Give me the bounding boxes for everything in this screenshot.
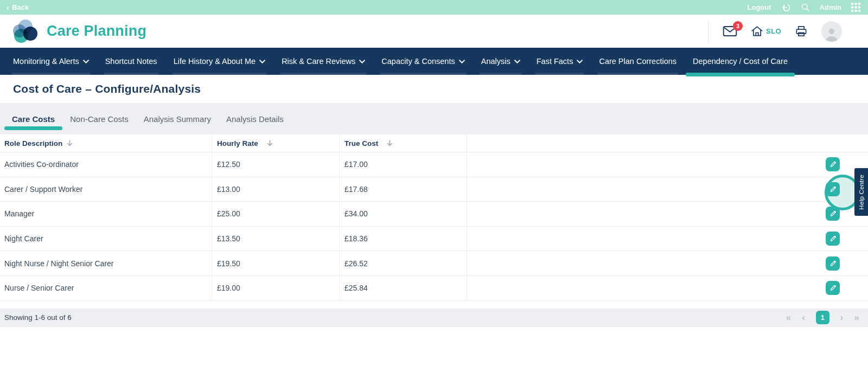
true-cost-cell: £34.00 [339, 202, 467, 226]
chevron-down-icon [577, 60, 583, 63]
chevron-down-icon [359, 60, 365, 63]
nav-item-capacity-consents[interactable]: Capacity & Consents [373, 48, 473, 75]
hourly-rate-cell: £19.50 [212, 251, 339, 275]
hourly-rate-cell: £12.50 [212, 152, 339, 177]
role-cell: Night Nurse / Night Senior Carer [0, 259, 212, 268]
pencil-icon [829, 185, 837, 193]
table-row: Nurse / Senior Carer £19.00 £25.84 [0, 276, 868, 301]
nav-item-shortcut-notes[interactable]: Shortcut Notes [97, 48, 165, 75]
page-number-button[interactable]: 1 [816, 311, 829, 324]
help-centre-tab[interactable]: Help Centre [854, 168, 868, 216]
pencil-icon [829, 284, 837, 292]
hourly-rate-cell: £19.00 [212, 276, 339, 300]
chevron-down-icon [514, 60, 520, 63]
help-centre-label: Help Centre [858, 175, 865, 210]
previous-page-button[interactable]: ‹ [802, 313, 805, 322]
tab-non-care-costs[interactable]: Non-Care Costs [62, 103, 136, 134]
column-header-hourly-rate[interactable]: Hourly Rate [212, 134, 339, 152]
role-cell: Carer / Support Worker [0, 185, 212, 194]
pagination: « ‹ 1 › » [786, 311, 859, 324]
chevron-down-icon [83, 60, 89, 63]
back-chevron-icon: ‹ [7, 3, 9, 11]
back-label: Back [12, 3, 29, 11]
main-navigation: Monitoring & Alerts Shortcut Notes Life … [0, 48, 868, 75]
page-title: Cost of Care – Configure/Analysis [13, 82, 201, 95]
nav-item-life-history[interactable]: Life History & About Me [165, 48, 274, 75]
tab-care-costs[interactable]: Care Costs [4, 103, 62, 134]
tab-analysis-summary[interactable]: Analysis Summary [136, 103, 219, 134]
column-header-role-description[interactable]: Role Description [0, 134, 212, 152]
admin-menu-button[interactable]: Admin [820, 3, 841, 11]
tab-analysis-details[interactable]: Analysis Details [219, 103, 291, 134]
app-title: Care Planning [47, 23, 146, 40]
logout-button[interactable]: Logout [748, 3, 771, 11]
true-cost-cell: £26.52 [339, 251, 467, 275]
table-row: Night Carer £13.50 £18.36 [0, 227, 868, 252]
role-cell: Night Carer [0, 234, 212, 243]
pencil-icon [829, 260, 837, 267]
sort-descending-icon [387, 140, 393, 146]
home-location-label: SLO [766, 27, 781, 35]
table-row: Carer / Support Worker £13.00 £17.68 [0, 177, 868, 202]
top-utility-bar: ‹ Back Logout Admin [0, 0, 868, 15]
nav-item-fast-facts[interactable]: Fast Facts [528, 48, 591, 75]
edit-row-button[interactable] [826, 281, 840, 295]
edit-row-button[interactable] [826, 182, 840, 196]
edit-row-button[interactable] [826, 232, 840, 246]
edit-row-button[interactable] [826, 256, 840, 271]
mail-badge: 3 [733, 21, 743, 31]
hourly-rate-cell: £13.50 [212, 227, 339, 251]
last-page-button[interactable]: » [854, 313, 859, 322]
true-cost-cell: £25.84 [339, 276, 467, 300]
edit-row-button[interactable] [826, 207, 840, 221]
hourly-rate-cell: £25.00 [212, 202, 339, 226]
tab-strip: Care Costs Non-Care Costs Analysis Summa… [0, 103, 868, 134]
chevron-down-icon [459, 60, 465, 63]
sort-descending-icon [267, 140, 273, 146]
printer-icon [795, 25, 808, 37]
next-page-button[interactable]: › [840, 313, 844, 322]
table-row: Night Nurse / Night Senior Carer £19.50 … [0, 251, 868, 276]
back-button[interactable]: ‹ Back [7, 3, 29, 11]
pencil-icon [829, 235, 837, 242]
true-cost-cell: £18.36 [339, 227, 467, 251]
print-button[interactable] [795, 25, 808, 37]
app-logo: Care Planning [13, 20, 146, 43]
column-header-true-cost[interactable]: True Cost [339, 134, 467, 152]
home-button[interactable]: SLO [751, 25, 781, 37]
search-icon[interactable] [801, 3, 810, 12]
table-row: Activities Co-ordinator £12.50 £17.00 [0, 152, 868, 177]
edit-row-button[interactable] [826, 157, 840, 171]
pencil-icon [829, 210, 837, 217]
person-icon [824, 25, 840, 42]
role-cell: Nurse / Senior Carer [0, 284, 212, 292]
nav-item-care-plan-corrections[interactable]: Care Plan Corrections [591, 48, 685, 75]
user-avatar[interactable] [821, 21, 842, 42]
home-icon [751, 25, 763, 37]
first-page-button[interactable]: « [786, 313, 791, 322]
nav-item-analysis[interactable]: Analysis [473, 48, 528, 75]
pencil-icon [829, 161, 837, 168]
table-row: Manager £25.00 £34.00 [0, 202, 868, 227]
role-cell: Activities Co-ordinator [0, 160, 212, 169]
nav-item-risk-care-reviews[interactable]: Risk & Care Reviews [273, 48, 373, 75]
logout-icon[interactable] [781, 3, 791, 12]
app-header: Care Planning 3 SLO [0, 15, 868, 48]
care-costs-table: Role Description Hourly Rate True Cost A… [0, 134, 868, 301]
nav-item-monitoring-alerts[interactable]: Monitoring & Alerts [5, 48, 97, 75]
table-footer: Showing 1-6 out of 6 « ‹ 1 › » [0, 309, 868, 327]
role-cell: Manager [0, 209, 212, 218]
messages-button[interactable]: 3 [723, 25, 737, 37]
apps-grid-icon[interactable] [851, 3, 860, 12]
true-cost-cell: £17.68 [339, 177, 467, 202]
sort-descending-icon [67, 140, 73, 146]
hourly-rate-cell: £13.00 [212, 177, 339, 202]
true-cost-cell: £17.00 [339, 152, 467, 177]
results-count: Showing 1-6 out of 6 [4, 313, 72, 322]
title-bar: Cost of Care – Configure/Analysis [0, 75, 868, 103]
chevron-down-icon [259, 60, 265, 63]
logo-circles-icon [13, 20, 39, 43]
table-header-row: Role Description Hourly Rate True Cost [0, 134, 868, 152]
column-header-actions [467, 134, 868, 152]
nav-item-dependency-cost-of-care[interactable]: Dependency / Cost of Care [685, 48, 796, 75]
